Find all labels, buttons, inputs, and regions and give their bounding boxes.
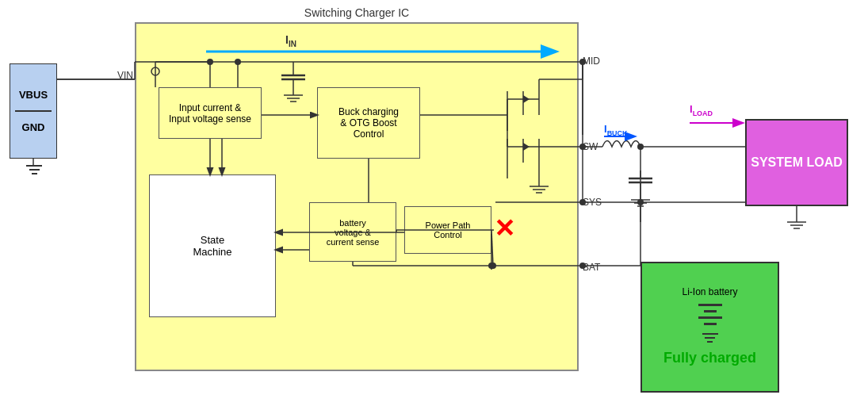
system-load-label: SYSTEM LOAD [751, 155, 843, 171]
buck-label: Buck charging & OTG Boost Control [338, 106, 399, 140]
sw-label: SW [583, 141, 598, 152]
x-mark: ✕ [494, 216, 515, 241]
vin-label: VIN [117, 70, 133, 81]
diagram-container: VBUS GND Switching Charger IC Input curr… [0, 0, 868, 414]
svg-point-33 [637, 199, 644, 205]
system-load-block: SYSTEM LOAD [745, 119, 848, 206]
vbus-divider [15, 110, 52, 112]
gnd-label: GND [22, 121, 45, 133]
state-machine-label: State Machine [193, 234, 231, 258]
buck-block: Buck charging & OTG Boost Control [317, 87, 420, 159]
power-path-label: Power Path Control [426, 220, 471, 240]
ic-title: Switching Charger IC [304, 6, 409, 19]
fully-charged-label: Fully charged [663, 349, 756, 367]
state-machine-block: State Machine [149, 174, 276, 317]
input-sense-block: Input current & Input voltage sense [159, 87, 262, 139]
svg-point-19 [637, 144, 644, 150]
power-path-block: Power Path Control [404, 206, 491, 254]
vbus-gnd-block: VBUS GND [10, 63, 57, 159]
bat-sense-label: battery voltage & current sense [327, 218, 380, 247]
battery-label: Li-Ion battery [682, 286, 737, 297]
i-buck-label: IBUCK [604, 123, 628, 137]
bat-label: BAT [583, 262, 600, 273]
vbus-label: VBUS [19, 89, 48, 101]
i-load-label: ILOAD [690, 103, 713, 117]
sys-label: SYS [583, 197, 602, 208]
battery-block: Li-Ion battery Fully charged [640, 262, 779, 393]
gnd-symbol-vbus [26, 165, 42, 174]
i-in-label: IIN [285, 33, 296, 48]
battery-symbol [698, 304, 722, 325]
mid-label: MID [583, 56, 600, 67]
input-sense-label: Input current & Input voltage sense [169, 102, 251, 125]
gnd-symbol-battery [702, 333, 718, 343]
bat-sense-block: battery voltage & current sense [309, 202, 396, 262]
